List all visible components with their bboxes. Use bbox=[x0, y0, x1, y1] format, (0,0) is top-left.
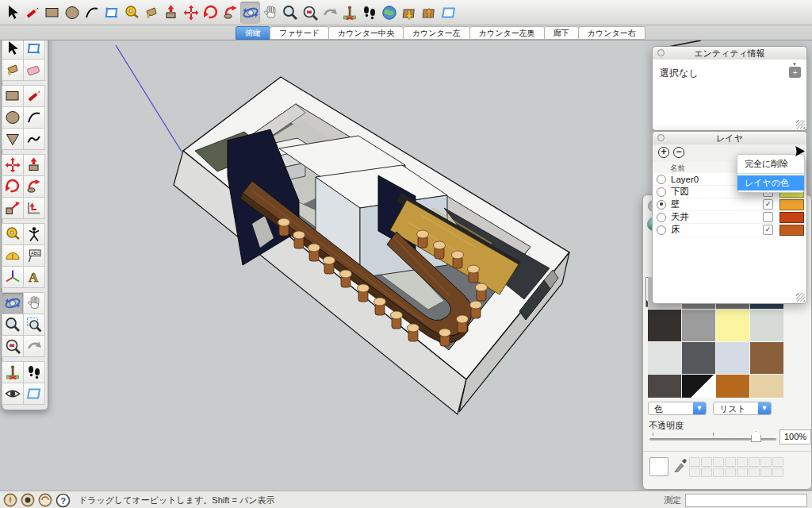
circle-tool-icon[interactable] bbox=[62, 2, 82, 24]
make-component-tool-icon[interactable] bbox=[102, 2, 121, 24]
add-location-tool-icon[interactable] bbox=[379, 2, 399, 24]
material-swatch[interactable] bbox=[648, 310, 681, 341]
material-swatch[interactable] bbox=[750, 310, 783, 341]
color-well[interactable] bbox=[689, 468, 700, 477]
color-well[interactable] bbox=[713, 457, 724, 467]
material-swatch[interactable] bbox=[648, 342, 681, 374]
eyedropper-icon[interactable] bbox=[674, 458, 687, 472]
layer-active-radio[interactable] bbox=[657, 225, 666, 235]
line-tool-icon[interactable] bbox=[23, 85, 45, 107]
credits-icon[interactable] bbox=[21, 493, 35, 507]
color-dropdown[interactable]: 色 ▼ bbox=[648, 402, 707, 415]
arc-tool-icon[interactable] bbox=[23, 106, 45, 129]
material-swatch[interactable] bbox=[648, 375, 681, 398]
rectangle-tool-icon[interactable] bbox=[2, 85, 24, 107]
follow-me-tool-icon[interactable] bbox=[23, 175, 45, 198]
layer-color-swatch[interactable] bbox=[779, 225, 804, 236]
zoom-window-tool-icon[interactable] bbox=[23, 314, 45, 336]
scene-tab[interactable]: カウンター左奥 bbox=[469, 26, 545, 40]
walk-tool-icon[interactable] bbox=[23, 361, 45, 383]
color-well[interactable] bbox=[701, 468, 712, 477]
opacity-slider-thumb[interactable] bbox=[751, 431, 761, 442]
freehand-tool-icon[interactable] bbox=[23, 128, 45, 150]
scene-tab[interactable]: 廊下 bbox=[544, 26, 579, 40]
help-icon[interactable]: ? bbox=[56, 493, 71, 508]
share-model-tool-icon[interactable] bbox=[419, 2, 439, 24]
color-well[interactable] bbox=[760, 468, 772, 477]
panel-collapse-icon[interactable] bbox=[657, 134, 665, 141]
scene-tab[interactable]: 俯瞰 bbox=[236, 26, 270, 40]
paint-bucket-tool-icon[interactable] bbox=[141, 2, 161, 24]
push-pull-tool-icon[interactable] bbox=[23, 154, 45, 176]
color-well[interactable] bbox=[689, 457, 700, 467]
material-swatch[interactable] bbox=[716, 310, 749, 341]
layer-active-radio[interactable] bbox=[657, 187, 666, 197]
eraser-tool-icon[interactable] bbox=[23, 59, 45, 81]
remove-layer-button[interactable]: − bbox=[673, 147, 684, 158]
previous-view-tool-icon[interactable] bbox=[23, 335, 45, 357]
geolocation-icon[interactable] bbox=[3, 493, 17, 507]
measurement-input[interactable] bbox=[685, 494, 807, 507]
3d-text-tool-icon[interactable]: A bbox=[23, 266, 45, 288]
menu-item[interactable]: レイヤの色 bbox=[737, 175, 804, 190]
layers-header[interactable]: レイヤ bbox=[653, 132, 806, 145]
position-camera-tool-icon[interactable] bbox=[2, 361, 24, 383]
color-well[interactable] bbox=[725, 457, 736, 467]
rectangle-tool-icon[interactable] bbox=[42, 2, 62, 24]
color-well[interactable] bbox=[772, 468, 783, 477]
list-dropdown[interactable]: リスト ▼ bbox=[713, 402, 772, 415]
resize-grip-icon[interactable] bbox=[796, 120, 805, 129]
color-well[interactable] bbox=[737, 468, 748, 477]
current-color-swatch[interactable] bbox=[649, 457, 668, 476]
material-swatch[interactable] bbox=[716, 375, 749, 398]
layer-color-swatch[interactable] bbox=[779, 199, 804, 210]
menu-item[interactable]: 完全に削除 bbox=[737, 156, 804, 171]
claim-icon[interactable] bbox=[38, 493, 52, 507]
layer-visible-checkbox[interactable] bbox=[763, 212, 773, 222]
dimension-tool-icon[interactable] bbox=[23, 223, 45, 245]
add-layer-button[interactable]: + bbox=[658, 147, 669, 158]
zoom-extents-tool-icon[interactable] bbox=[300, 2, 320, 24]
color-well[interactable] bbox=[725, 468, 736, 477]
rotate-tool-icon[interactable] bbox=[2, 175, 24, 198]
move-tool-icon[interactable] bbox=[181, 2, 201, 24]
scene-tab[interactable]: カウンター中央 bbox=[328, 26, 404, 40]
scene-tab[interactable]: カウンター左 bbox=[403, 26, 470, 40]
zoom-extents-tool-icon[interactable] bbox=[2, 335, 24, 357]
color-well-grid[interactable] bbox=[689, 457, 787, 478]
entity-info-header[interactable]: エンティティ情報 bbox=[653, 47, 806, 60]
tape-measure-tool-icon[interactable] bbox=[121, 2, 141, 24]
color-well[interactable] bbox=[760, 457, 772, 467]
color-well[interactable] bbox=[749, 457, 760, 467]
axes-tool-icon[interactable] bbox=[2, 266, 24, 288]
pan-tool-icon[interactable] bbox=[23, 292, 45, 314]
layer-row[interactable]: 壁✓ bbox=[653, 198, 806, 211]
arc-tool-icon[interactable] bbox=[82, 2, 102, 24]
offset-tool-icon[interactable] bbox=[23, 197, 45, 219]
zoom-tool-icon[interactable] bbox=[280, 2, 300, 24]
look-around-tool-icon[interactable] bbox=[2, 383, 24, 405]
select-tool-icon[interactable] bbox=[2, 37, 24, 60]
layer-row[interactable]: 床✓ bbox=[653, 224, 806, 237]
layer-row[interactable]: 天井 bbox=[653, 211, 806, 224]
entity-detail-widget[interactable]: ▼ ＋ bbox=[789, 62, 800, 78]
orbit-tool-icon[interactable] bbox=[2, 292, 24, 314]
material-swatch[interactable] bbox=[750, 375, 783, 398]
tape-measure-tool-icon[interactable] bbox=[2, 223, 24, 245]
get-models-tool-icon[interactable] bbox=[399, 2, 419, 24]
position-camera-tool-icon[interactable] bbox=[339, 2, 359, 24]
color-well[interactable] bbox=[737, 457, 748, 467]
zoom-tool-icon[interactable] bbox=[2, 314, 24, 336]
scene-tab[interactable]: ファサード bbox=[270, 26, 329, 40]
previous-view-tool-icon[interactable] bbox=[320, 2, 339, 24]
section-plane-tool-icon[interactable] bbox=[439, 2, 458, 24]
paint-bucket-tool-icon[interactable] bbox=[2, 59, 24, 81]
section-plane-tool-icon[interactable] bbox=[23, 383, 45, 405]
text-tool-icon[interactable]: ABC bbox=[23, 244, 45, 267]
polygon-tool-icon[interactable] bbox=[2, 128, 24, 150]
rotate-tool-icon[interactable] bbox=[201, 2, 220, 24]
resize-grip-icon[interactable] bbox=[796, 293, 805, 302]
protractor-tool-icon[interactable] bbox=[2, 244, 24, 267]
material-swatch[interactable] bbox=[750, 342, 783, 374]
color-well[interactable] bbox=[749, 468, 760, 477]
